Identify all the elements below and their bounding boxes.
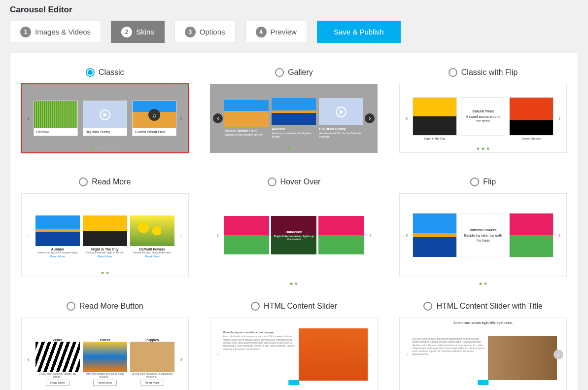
chevron-left-icon[interactable]: ‹	[213, 231, 222, 240]
skin-name: Read More	[92, 177, 131, 186]
skin-html-content-slider-title: HTML Content Slider with Title Amet risu…	[393, 302, 573, 390]
step-label: Preview	[271, 28, 297, 36]
skin-preview-html-content-slider[interactable]: ‹ Gravida neque convallis a cras semperA…	[210, 318, 378, 390]
chevron-right-icon[interactable]: ›	[555, 231, 564, 240]
carousel-card: ⌕Golden Wheat Field	[132, 101, 176, 136]
radio-icon	[86, 68, 95, 77]
thumb-wheat	[224, 100, 269, 127]
step-label: Options	[200, 28, 225, 36]
carousel-card: Sakura TreesA sweet aroma around the tre…	[461, 97, 505, 136]
carousel-card: Daffodil FlowersBeside the lake, beneath…	[461, 213, 505, 257]
thumb-bamboo	[34, 101, 77, 128]
card-label: Big Buck Bunny	[83, 128, 127, 136]
carousel-card: Golden Wheat FieldWaving in the sunlight…	[224, 100, 269, 137]
thumb-wheat: ⌕	[133, 101, 176, 128]
chevron-right-icon[interactable]: ›	[177, 231, 186, 240]
skin-radio-flip[interactable]: Flip	[470, 177, 496, 186]
chevron-left-icon[interactable]: ‹	[403, 350, 412, 359]
thumb-lake	[413, 213, 456, 257]
skin-radio-gallery[interactable]: Gallery	[275, 68, 313, 77]
read-more-link[interactable]: Read More	[98, 255, 112, 258]
chevron-left-icon[interactable]: ‹	[402, 114, 411, 123]
read-more-button[interactable]: Read More	[46, 380, 69, 386]
thumb-pink	[510, 213, 553, 257]
chevron-right-icon[interactable]: ›	[365, 350, 374, 359]
step-options[interactable]: 3Options	[174, 21, 236, 43]
chevron-right-icon[interactable]: ›	[366, 231, 375, 240]
card-sub: Autumn, a season full of great things	[37, 251, 77, 254]
chevron-left-icon[interactable]: ‹	[213, 113, 223, 123]
card-label: Golden Wheat FieldWaving in the sunlight…	[224, 129, 269, 137]
pager-dots	[288, 147, 300, 150]
radio-icon	[79, 177, 88, 186]
step-skins[interactable]: 2Skins	[111, 21, 165, 43]
step-number: 1	[20, 27, 31, 37]
radio-icon	[275, 68, 284, 77]
read-more-button[interactable]: Read More	[93, 380, 117, 386]
carousel-card: ZebraUt wisi enim ad minim veniam, qui b…	[35, 337, 80, 386]
skin-preview-hover-over[interactable]: ‹ DandelionBright little dandelion, ligh…	[210, 193, 378, 277]
chevron-right-icon[interactable]: ›	[553, 350, 563, 359]
skin-preview-gallery[interactable]: ‹ Golden Wheat FieldWaving in the sunlig…	[210, 84, 378, 153]
html-text: Duis eum dolor sit amet, consectetur adi…	[409, 336, 488, 380]
flip-text: Sakura TreesA sweet aroma around the tre…	[461, 107, 505, 125]
pager-dots	[101, 272, 108, 274]
carousel-card: Night in The CityDark and beautiful nigh…	[83, 215, 127, 258]
html-cta-button[interactable]	[289, 380, 299, 385]
pager-dots	[91, 147, 118, 150]
thumb-sunset	[510, 98, 553, 135]
thumb-puppies	[130, 342, 174, 372]
card-label: Big Buck BunnyAn animated film by the Bl…	[319, 127, 363, 139]
skin-gallery: Gallery ‹ Golden Wheat FieldWaving in th…	[205, 68, 384, 153]
skin-preview-classic-flip[interactable]: ‹ Night in the City Sakura TreesA sweet …	[399, 84, 567, 153]
card-sub: Dark and beautiful night in the city	[86, 251, 123, 254]
carousel-card: Big Buck BunnyAn animated film by the Bl…	[319, 98, 363, 139]
card-sub: Nam liber tempor cum soluta nobis eleife…	[83, 372, 127, 378]
chevron-right-icon[interactable]: ›	[177, 114, 186, 123]
skin-html-content-slider: HTML Content Slider ‹ Gravida neque conv…	[205, 302, 384, 390]
step-number: 4	[256, 27, 267, 37]
read-more-link[interactable]: Read More	[50, 255, 65, 258]
skin-preview-flip[interactable]: ‹ Daffodil FlowersBeside the lake, benea…	[399, 193, 567, 277]
save-publish-button[interactable]: Save & Publish	[317, 21, 401, 43]
step-number: 3	[185, 27, 196, 37]
chevron-left-icon[interactable]: ‹	[213, 350, 222, 359]
thumb-zebra	[35, 342, 80, 372]
chevron-left-icon[interactable]: ‹	[402, 231, 411, 240]
carousel-card	[413, 97, 457, 136]
slider-title: Amet risus nullam eget felis eget nunc.	[400, 321, 566, 324]
skin-preview-read-more[interactable]: ‹ AutumnAutumn, a season full of great t…	[21, 193, 189, 277]
read-more-button[interactable]: Read More	[140, 380, 164, 386]
skin-classic-flip: Classic with Flip ‹ Night in the City Sa…	[393, 68, 573, 153]
skin-radio-html-content-slider[interactable]: HTML Content Slider	[251, 302, 337, 311]
radio-icon	[268, 177, 277, 186]
skin-radio-hover-over[interactable]: Hover Over	[268, 177, 321, 186]
skin-preview-html-content-slider-title[interactable]: Amet risus nullam eget felis eget nunc. …	[399, 318, 567, 390]
skin-radio-classic[interactable]: Classic	[86, 68, 124, 77]
skin-radio-classic-flip[interactable]: Classic with Flip	[449, 68, 518, 77]
chevron-left-icon[interactable]: ‹	[24, 231, 33, 240]
skin-radio-read-more-button[interactable]: Read More Button	[67, 302, 143, 311]
skin-preview-read-more-button[interactable]: ‹ ZebraUt wisi enim ad minim veniam, qui…	[21, 318, 189, 390]
read-more-link[interactable]: Read More	[145, 255, 160, 258]
hover-overlay: DandelionBright little dandelion, lights…	[271, 216, 316, 254]
play-icon	[336, 106, 346, 117]
thumb-bunny	[83, 101, 127, 128]
carousel-card: AutumnAutumn, a season full of great thi…	[35, 215, 80, 258]
chevron-left-icon[interactable]: ‹	[24, 114, 33, 123]
chevron-right-icon[interactable]: ›	[177, 355, 186, 364]
chevron-right-icon[interactable]: ›	[365, 113, 375, 123]
chevron-left-icon[interactable]: ‹	[24, 355, 33, 364]
carousel-card	[224, 216, 269, 254]
skin-read-more: Read More ‹ AutumnAutumn, a season full …	[15, 177, 195, 277]
pager-dots	[290, 283, 298, 285]
skin-radio-read-more[interactable]: Read More	[79, 177, 131, 186]
skin-preview-classic[interactable]: ‹ Bamboo Big Buck Bunny ⌕Golden Wheat Fi…	[21, 84, 189, 153]
skin-radio-html-content-slider-title[interactable]: HTML Content Slider with Title	[423, 302, 542, 311]
step-preview[interactable]: 4Preview	[245, 21, 307, 43]
carousel-card	[413, 213, 457, 257]
html-cta-button[interactable]	[478, 380, 488, 385]
card-sub: Ut wisi enim ad minim veniam, qui blandi…	[35, 372, 80, 378]
chevron-right-icon[interactable]: ›	[555, 114, 564, 123]
step-images-videos[interactable]: 1Images & Videos	[10, 21, 101, 43]
